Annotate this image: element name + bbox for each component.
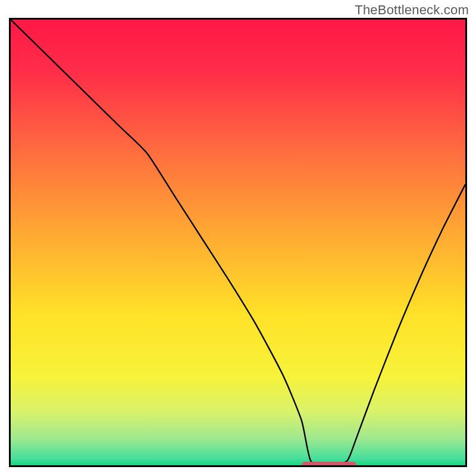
optimal-range-marker	[302, 462, 356, 467]
chart-container: TheBottleneck.com	[0, 0, 476, 476]
watermark-text: TheBottleneck.com	[355, 2, 469, 18]
curve-layer	[11, 20, 465, 465]
plot-area	[9, 18, 467, 467]
bottleneck-curve	[11, 20, 465, 465]
